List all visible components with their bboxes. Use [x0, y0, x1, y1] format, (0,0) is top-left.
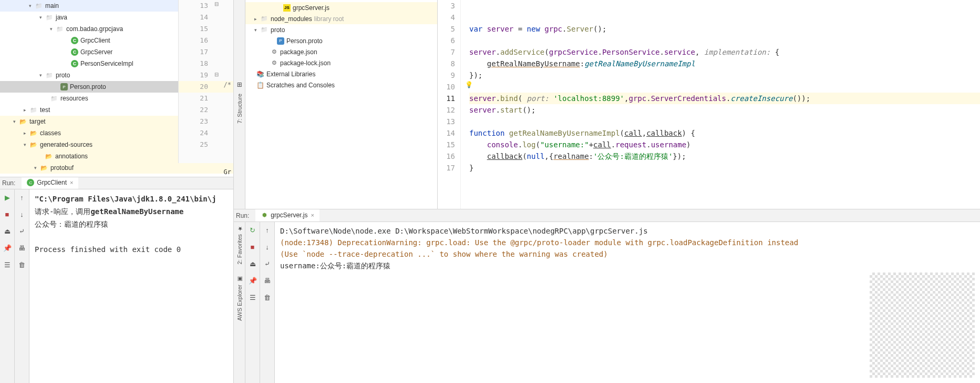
code-line[interactable]: console.log("username:"+call.request.use… [469, 139, 980, 150]
line-number: 18 [179, 58, 233, 69]
tree-item-label: GrpcClient [80, 37, 110, 44]
code-line[interactable]: function getRealNameByUsernameImpl(call,… [469, 127, 980, 139]
expand-arrow-icon[interactable]: ▾ [22, 142, 27, 147]
line-number: 23 [179, 116, 233, 127]
tree-item[interactable]: ▸node_moduleslibrary root [245, 13, 437, 24]
grpc-text-fragment: Gr [224, 168, 231, 176]
code-line[interactable] [469, 81, 980, 93]
expand-arrow-icon[interactable] [43, 96, 48, 101]
trash-icon[interactable]: 🗑 [263, 293, 272, 302]
up-icon[interactable]: ↑ [263, 225, 272, 235]
up-icon[interactable]: ↑ [17, 193, 27, 202]
expand-arrow-icon[interactable] [249, 72, 254, 77]
pin-icon[interactable]: 📌 [248, 276, 257, 285]
expand-arrow-icon[interactable] [270, 38, 275, 44]
code-line[interactable]: getRealNameByUsername:getRealNameByUsern… [469, 58, 980, 69]
run-tab-grpcserver[interactable]: ⬢ grpcServer.js × [255, 209, 319, 221]
close-icon[interactable]: × [70, 179, 73, 186]
print-icon[interactable]: 🖶 [263, 276, 272, 285]
project-tree[interactable]: ▾main▾java▾com.badao.grpcjavaGrpcClientG… [0, 0, 233, 177]
code-line[interactable]: } [469, 162, 980, 174]
run-tab-grpcclient[interactable]: C GrpcClient × [22, 177, 78, 189]
code-line[interactable]: server.bind( port: 'localhost:8899',grpc… [469, 93, 980, 104]
expand-arrow-icon[interactable]: ▾ [48, 26, 54, 32]
close-icon[interactable]: × [311, 212, 314, 218]
tree-item[interactable]: Person.proto [245, 35, 437, 46]
code-line[interactable]: server.start(); [469, 104, 980, 116]
print-icon[interactable]: 🖶 [17, 243, 27, 253]
run-label: Run: [2, 179, 15, 187]
line-number: 16 [179, 35, 233, 46]
line-number: 24 [179, 127, 233, 139]
stop-icon[interactable]: ■ [248, 242, 257, 251]
aws-tool-button[interactable]: AWS Explorer▣ [236, 276, 243, 321]
structure-tool-button[interactable]: ⊞ 7: Structure [234, 0, 245, 209]
favorites-tool-button[interactable]: 2: Favorites★ [236, 225, 243, 264]
output-line: username:公众号:霸道的程序猿 [280, 260, 975, 271]
expand-arrow-icon[interactable] [263, 49, 269, 55]
code-editor[interactable]: 34567891011121314151617 💡 var server = n… [438, 0, 980, 209]
output-line: 请求-响应，调用getRealNameByUsername [35, 205, 228, 218]
project-tree-right[interactable]: grpcServer.js▸node_moduleslibrary root▾p… [245, 0, 438, 209]
expand-arrow-icon[interactable]: ▸ [253, 16, 258, 22]
tree-item[interactable]: package-lock.json [245, 57, 437, 68]
expand-arrow-icon[interactable]: ▾ [38, 73, 43, 78]
expand-arrow-icon[interactable] [64, 61, 69, 66]
code-line[interactable]: callback(null,{realname:'公众号:霸道的程序猿'}); [469, 150, 980, 162]
cube-icon: ▣ [236, 276, 243, 283]
fold-minus-icon[interactable]: ⊟ [214, 72, 219, 77]
fold-minus-icon[interactable]: ⊟ [214, 1, 219, 7]
code-line[interactable]: server.addService(grpcService.PersonServ… [469, 46, 980, 58]
tree-item[interactable]: package.json [245, 46, 437, 57]
expand-arrow-icon[interactable]: ▾ [38, 15, 43, 20]
line-number: 5 [438, 23, 455, 35]
rerun-icon[interactable]: ▶ [3, 193, 12, 202]
exit-icon[interactable]: ⏏ [3, 226, 12, 236]
settings-icon[interactable]: ☰ [248, 293, 257, 302]
folder-o-icon [29, 140, 38, 149]
down-icon[interactable]: ↓ [17, 209, 27, 219]
expand-arrow-icon[interactable] [53, 84, 58, 89]
expand-arrow-icon[interactable]: ▸ [22, 130, 27, 136]
expand-arrow-icon[interactable] [37, 154, 43, 159]
lightbulb-icon[interactable]: 💡 [465, 81, 473, 88]
expand-arrow-icon[interactable]: ▾ [33, 165, 38, 170]
output-line: D:\Software\Node\node.exe D:\Workspace\W… [280, 225, 975, 237]
trash-icon[interactable]: 🗑 [17, 260, 27, 269]
stop-icon[interactable]: ■ [3, 209, 12, 219]
tree-item[interactable]: grpcServer.js [245, 2, 437, 13]
code-line[interactable]: var server = new grpc.Server(); [469, 23, 980, 35]
down-icon[interactable]: ↓ [263, 242, 272, 251]
code-line[interactable] [469, 12, 980, 23]
tree-item[interactable]: ▾protobuf [0, 162, 233, 174]
expand-arrow-icon[interactable]: ▾ [12, 119, 17, 124]
structure-icon: ⊞ [236, 82, 243, 87]
pp-icon [277, 37, 284, 45]
wrap-icon[interactable]: ⤶ [263, 259, 272, 268]
code-line[interactable]: }); [469, 69, 980, 81]
expand-arrow-icon[interactable]: ▾ [27, 3, 33, 8]
expand-arrow-icon[interactable] [263, 61, 269, 66]
tree-item[interactable]: External Libraries [245, 68, 437, 79]
rerun-icon[interactable]: ↻ [248, 225, 257, 235]
expand-arrow-icon[interactable] [64, 38, 69, 43]
pin-icon[interactable]: 📌 [3, 243, 12, 253]
exit-icon[interactable]: ⏏ [248, 259, 257, 268]
editor-content[interactable]: 💡 var server = new grpc.Server();server.… [461, 0, 980, 209]
tree-item[interactable]: ▾proto [245, 24, 437, 35]
code-line[interactable] [469, 0, 980, 12]
code-line[interactable] [469, 116, 980, 127]
expand-arrow-icon[interactable] [249, 83, 254, 88]
wrap-icon[interactable]: ⤶ [17, 226, 27, 236]
expand-arrow-icon[interactable]: ▾ [253, 27, 258, 33]
expand-arrow-icon[interactable] [276, 5, 281, 11]
output-cmd: "C:\Program Files\Java\jdk1.8.0_241\bin\… [35, 193, 228, 205]
qr-code-overlay [870, 273, 975, 378]
expand-arrow-icon[interactable] [64, 49, 69, 55]
settings-icon[interactable]: ☰ [3, 260, 12, 269]
tree-item[interactable]: Scratches and Consoles [245, 79, 437, 90]
expand-arrow-icon[interactable]: ▸ [22, 107, 27, 113]
run-output-left[interactable]: "C:\Program Files\Java\jdk1.8.0_241\bin\… [29, 189, 233, 383]
folder-icon [56, 25, 64, 33]
code-line[interactable] [469, 35, 980, 46]
